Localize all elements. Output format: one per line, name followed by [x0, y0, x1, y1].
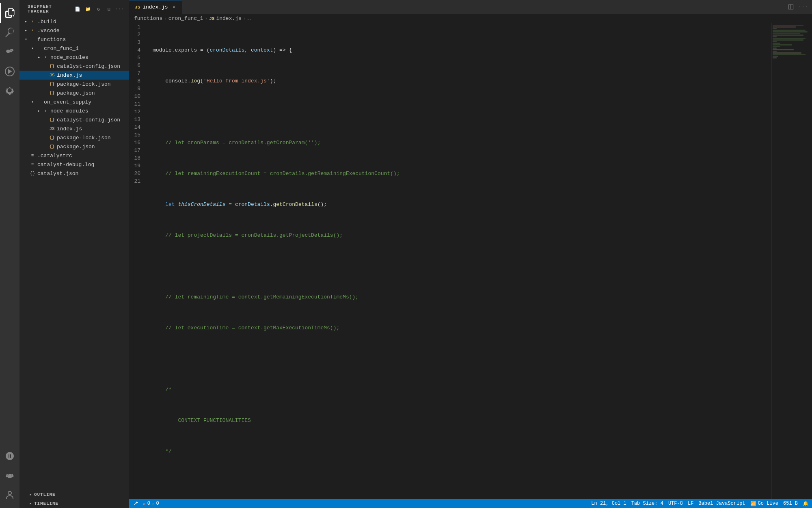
language-mode[interactable]: Babel JavaScript — [698, 501, 745, 506]
line-num-19: 19 — [129, 162, 145, 170]
notifications-bell[interactable]: 🔔 — [803, 501, 809, 507]
dot-icon-catalystrc: ≡ — [29, 152, 36, 159]
code-editor[interactable]: module.exports = (cronDetails, context) … — [149, 23, 771, 499]
folder-icon-node-modules-1: › — [42, 54, 49, 61]
line-ending-value: LF — [688, 501, 693, 506]
tab-close-button[interactable]: × — [171, 4, 178, 11]
tree-item-debug-log[interactable]: ≡ catalyst-debug.log — [19, 160, 129, 169]
js-icon-index-js-1: JS — [49, 72, 55, 78]
label-catalystrc: .catalystrc — [37, 153, 72, 159]
tree-item-package-json-1[interactable]: {} package.json — [19, 89, 129, 97]
git-branch[interactable]: ⎇ — [132, 501, 138, 507]
timeline-label: TIMELINE — [34, 501, 58, 506]
tree-item-on-event-supply[interactable]: on_event_supply — [19, 97, 129, 106]
breadcrumb-filetype: JS — [209, 16, 214, 21]
more-tab-actions[interactable]: ··· — [797, 1, 809, 13]
label-build: .build — [37, 19, 56, 25]
breadcrumb-ellipsis[interactable]: … — [248, 15, 251, 22]
tree-item-package-lock-1[interactable]: {} package-lock.json — [19, 80, 129, 89]
refresh-button[interactable]: ↻ — [94, 4, 103, 13]
new-folder-button[interactable]: 📁 — [84, 4, 93, 13]
folder-icon-build: › — [29, 18, 36, 25]
git-icon: ⎇ — [132, 501, 138, 507]
label-node-modules-1: node_modules — [50, 54, 89, 61]
tree-item-package-json-2[interactable]: {} package.json — [19, 142, 129, 151]
label-cron-func-1: cron_func_1 — [44, 45, 79, 52]
main-area: JS index.js × ··· functions › cron_func_… — [129, 0, 812, 508]
activity-extensions[interactable] — [0, 81, 19, 101]
line-num-3: 3 — [129, 39, 145, 46]
editor-area: 1 2 3 4 5 6 7 8 9 10 11 12 13 14 15 16 1… — [129, 23, 812, 499]
tree-item-index-js-2[interactable]: JS index.js — [19, 124, 129, 133]
more-actions-button[interactable]: ··· — [115, 4, 124, 13]
minimap-content — [772, 23, 812, 61]
activity-settings[interactable] — [0, 466, 19, 485]
language-value: Babel JavaScript — [698, 501, 745, 506]
tree-item-catalyst-json[interactable]: {} catalyst.json — [19, 169, 129, 178]
line-num-2: 2 — [129, 31, 145, 39]
status-bar: ⎇ ⊗ 0 ⚠ 0 Ln 21, Col 1 Tab Size: 4 UTF-8… — [129, 499, 812, 508]
tree-item-vscode[interactable]: › .vscode — [19, 26, 129, 35]
signal-icon: 📶 — [750, 501, 756, 507]
label-vscode: .vscode — [37, 28, 60, 34]
code-line-6: let thisCronDetails = cronDetails.getCro… — [153, 201, 771, 208]
activity-account[interactable] — [0, 485, 19, 505]
tree-item-catalyst-config-2[interactable]: {} catalyst-config.json — [19, 115, 129, 124]
tree-item-functions[interactable]: functions — [19, 35, 129, 44]
arrow-outline — [28, 491, 34, 498]
leaf-catalyst-config-1 — [42, 63, 49, 69]
arrow-cron-func-1 — [29, 45, 36, 52]
outline-panel-toggle[interactable]: OUTLINE — [19, 490, 129, 499]
arrow-build — [23, 18, 29, 25]
tree-item-package-lock-2[interactable]: {} package-lock.json — [19, 133, 129, 142]
line-num-5: 5 — [129, 54, 145, 62]
line-num-17: 17 — [129, 147, 145, 154]
line-num-9: 9 — [129, 85, 145, 93]
tree-item-node-modules-2[interactable]: › node_modules — [19, 106, 129, 115]
tab-size[interactable]: Tab Size: 4 — [631, 501, 663, 506]
tree-item-build[interactable]: › .build — [19, 17, 129, 26]
tree-item-catalystrc[interactable]: ≡ .catalystrc — [19, 151, 129, 160]
activity-search[interactable] — [0, 23, 19, 42]
label-index-js-1: index.js — [57, 72, 82, 78]
json-icon-catalyst-config-1: {} — [49, 63, 55, 69]
log-icon-debug-log: ≡ — [29, 161, 36, 168]
tree-item-node-modules-1[interactable]: › node_modules — [19, 53, 129, 62]
line-ending[interactable]: LF — [688, 501, 693, 506]
code-line-1: module.exports = (cronDetails, context) … — [153, 46, 771, 54]
breadcrumb: functions › cron_func_1 › JS index.js › … — [129, 14, 812, 23]
tree-item-cron-func-1[interactable]: cron_func_1 — [19, 44, 129, 53]
errors-count[interactable]: ⊗ 0 ⚠ 0 — [143, 501, 159, 506]
breadcrumb-functions[interactable]: functions — [134, 15, 162, 22]
activity-bottom-group — [0, 446, 19, 505]
breadcrumb-index-js[interactable]: index.js — [216, 15, 241, 22]
line-num-18: 18 — [129, 154, 145, 162]
line-num-21: 21 — [129, 177, 145, 185]
arrow-on-event-supply — [29, 99, 36, 105]
collapse-all-button[interactable]: ⊟ — [105, 4, 114, 13]
cursor-position[interactable]: Ln 21, Col 1 — [591, 501, 626, 506]
timeline-panel-toggle[interactable]: TIMELINE — [19, 499, 129, 508]
go-live-button[interactable]: 📶 Go Live — [750, 501, 778, 507]
json-icon-package-json-1: {} — [49, 90, 55, 96]
split-editor-button[interactable] — [785, 1, 797, 13]
leaf-catalystrc — [23, 152, 29, 159]
encoding[interactable]: UTF-8 — [668, 501, 683, 506]
breadcrumb-sep-3: › — [243, 16, 246, 21]
code-line-2: console.log('Hello from index.js'); — [153, 77, 771, 85]
tree-item-catalyst-config-1[interactable]: {} catalyst-config.json — [19, 62, 129, 71]
tab-bar: JS index.js × ··· — [129, 0, 812, 14]
sidebar-header: SHIPMENT TRACKER 📄 📁 ↻ ⊟ ··· — [19, 0, 129, 17]
tab-filetype-icon: JS — [135, 5, 140, 10]
tree-item-index-js-1[interactable]: JS index.js — [19, 71, 129, 80]
activity-run-debug[interactable] — [0, 62, 19, 81]
new-file-button[interactable]: 📄 — [73, 4, 82, 13]
breadcrumb-cron-func-1[interactable]: cron_func_1 — [168, 15, 203, 22]
activity-source-control[interactable] — [0, 42, 19, 62]
tab-index-js[interactable]: JS index.js × — [129, 0, 182, 14]
leaf-index-js-1 — [42, 72, 49, 78]
code-line-12: /* — [153, 386, 771, 393]
file-tree: › .build › .vscode functions cron_func_1… — [19, 17, 129, 490]
activity-explorer[interactable] — [0, 3, 19, 23]
activity-remote[interactable] — [0, 446, 19, 466]
